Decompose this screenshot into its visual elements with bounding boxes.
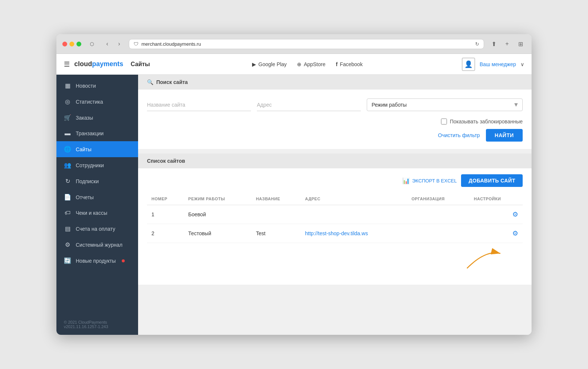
add-site-button[interactable]: ДОБАВИТЬ САЙТ xyxy=(461,174,523,187)
row1-number: 1 xyxy=(147,205,184,224)
facebook-icon: f xyxy=(336,61,338,67)
sites-list-container: 📊 ЭКСПОРТ В EXCEL ДОБАВИТЬ САЙТ НОМЕР РЕ… xyxy=(138,168,532,285)
extensions-button[interactable]: ⊞ xyxy=(515,39,526,49)
sites-section-title: Список сайтов xyxy=(147,158,185,164)
news-icon: ▦ xyxy=(64,82,71,89)
sidebar-item-statistics[interactable]: ◎ Статистика xyxy=(56,94,138,110)
top-bar-right: 👤 Ваш менеджер ∨ xyxy=(462,58,524,71)
site-name-field xyxy=(147,99,251,111)
row2-settings: ⚙ xyxy=(470,224,523,243)
sidebar-item-sites[interactable]: 🌐 Сайты xyxy=(56,141,138,157)
col-number: НОМЕР xyxy=(147,193,184,205)
table-row: 1 Боевой ⚙ xyxy=(147,205,523,224)
hamburger-button[interactable]: ☰ xyxy=(64,60,70,68)
receipts-icon: 🏷 xyxy=(64,210,71,216)
card-icon-symbol: 👤 xyxy=(464,60,473,68)
app-wrapper: ☰ cloudpayments Сайты ▶ Google Play ⊕ Ap… xyxy=(56,54,532,335)
search-section-header: 🔍 Поиск сайта xyxy=(138,75,532,90)
address-bar[interactable]: 🛡 merchant.cloudpayments.ru ↻ xyxy=(129,39,484,49)
sidebar-label-systemlog: Системный журнал xyxy=(76,242,122,248)
export-excel-button[interactable]: 📊 ЭКСПОРТ В EXCEL xyxy=(402,177,457,184)
sidebar-label-statistics: Статистика xyxy=(76,99,103,105)
sidebar-item-newproducts[interactable]: 🔄 Новые продукты xyxy=(56,253,138,269)
row2-settings-button[interactable]: ⚙ xyxy=(512,229,518,237)
browser-dots xyxy=(62,42,81,46)
mode-select[interactable]: Режим работы Боевой Тестовый xyxy=(367,98,523,111)
row2-number: 2 xyxy=(147,224,184,243)
manager-text[interactable]: Ваш менеджер xyxy=(480,61,516,67)
url-text: merchant.cloudpayments.ru xyxy=(141,41,201,47)
newproducts-icon: 🔄 xyxy=(64,257,71,264)
row1-address xyxy=(301,205,407,224)
row2-mode: Тестовый xyxy=(184,224,251,243)
sidebar-item-news[interactable]: ▦ Новости xyxy=(56,78,138,94)
logo: cloudpayments xyxy=(74,60,123,68)
sidebar-label-receipts: Чеки и кассы xyxy=(76,210,107,216)
sidebar-item-reports[interactable]: 📄 Отчеты xyxy=(56,189,138,205)
sidebar-label-reports: Отчеты xyxy=(76,194,94,200)
logo-cloud-part: cloud xyxy=(74,60,92,68)
sidebar-label-orders: Заказы xyxy=(76,115,93,121)
clear-filter-button[interactable]: Очистить фильтр xyxy=(437,129,481,141)
search-section-title: Поиск сайта xyxy=(156,79,188,85)
row2-address-link[interactable]: http://test-shop-dev.tilda.ws xyxy=(305,230,368,236)
sidebar-toggle-btn[interactable]: ⬡ xyxy=(86,39,98,49)
row1-settings-button[interactable]: ⚙ xyxy=(512,210,518,219)
facebook-link[interactable]: f Facebook xyxy=(336,61,363,67)
row1-organization xyxy=(407,205,469,224)
form-row-checkbox: Показывать заблокированные xyxy=(147,116,523,124)
maximize-dot[interactable] xyxy=(76,42,81,46)
sites-toolbar: 📊 ЭКСПОРТ В EXCEL ДОБАВИТЬ САЙТ xyxy=(147,174,523,187)
sidebar-item-transactions[interactable]: ▬ Транзакции xyxy=(56,126,138,141)
show-blocked-label[interactable]: Показывать заблокированные xyxy=(441,119,523,124)
sidebar-item-employees[interactable]: 👥 Сотрудники xyxy=(56,157,138,173)
search-header-icon: 🔍 xyxy=(147,79,153,85)
employees-icon: 👥 xyxy=(64,162,71,169)
facebook-label: Facebook xyxy=(340,61,362,67)
sites-icon: 🌐 xyxy=(64,146,71,153)
google-play-link[interactable]: ▶ Google Play xyxy=(252,61,287,67)
page-title: Сайты xyxy=(131,61,150,68)
new-products-badge xyxy=(122,259,125,262)
address-input[interactable] xyxy=(257,99,361,111)
sidebar-item-receipts[interactable]: 🏷 Чеки и кассы xyxy=(56,205,138,221)
appstore-link[interactable]: ⊕ AppStore xyxy=(297,61,325,67)
back-button[interactable]: ‹ xyxy=(102,39,112,49)
manager-card-icon[interactable]: 👤 xyxy=(462,58,475,71)
sidebar-item-systemlog[interactable]: ⚙ Системный журнал xyxy=(56,237,138,253)
google-play-icon: ▶ xyxy=(252,61,256,67)
minimize-dot[interactable] xyxy=(69,42,74,46)
forward-button[interactable]: › xyxy=(114,39,124,49)
sidebar-item-invoices[interactable]: ▤ Счета на оплату xyxy=(56,221,138,237)
top-bar-left: ☰ cloudpayments Сайты xyxy=(64,60,153,68)
new-tab-button[interactable]: + xyxy=(502,39,512,49)
site-name-input[interactable] xyxy=(147,99,251,111)
col-address: АДРЕС xyxy=(301,193,407,205)
invoices-icon: ▤ xyxy=(64,225,71,232)
sidebar-footer: © 2021 CloudPayments v2021.11.16.1257-1.… xyxy=(56,314,138,335)
sidebar-item-subscriptions[interactable]: ↻ Подписки xyxy=(56,173,138,189)
reports-icon: 📄 xyxy=(64,194,71,201)
statistics-icon: ◎ xyxy=(64,98,71,105)
row1-settings: ⚙ xyxy=(470,205,523,224)
search-button[interactable]: НАЙТИ xyxy=(486,129,523,142)
col-name: НАЗВАНИЕ xyxy=(251,193,300,205)
reload-button[interactable]: ↻ xyxy=(475,41,479,47)
main-content: 🔍 Поиск сайта Режим рабо xyxy=(138,75,532,335)
col-mode: РЕЖИМ РАБОТЫ xyxy=(184,193,251,205)
close-dot[interactable] xyxy=(62,42,67,46)
sidebar-item-orders[interactable]: 🛒 Заказы xyxy=(56,110,138,126)
chevron-down-icon[interactable]: ∨ xyxy=(520,61,524,67)
share-button[interactable]: ⬆ xyxy=(489,39,499,49)
table-header-row: НОМЕР РЕЖИМ РАБОТЫ НАЗВАНИЕ АДРЕС ОРГАНИ… xyxy=(147,193,523,205)
col-organization: ОРГАНИЗАЦИЯ xyxy=(407,193,469,205)
browser-actions: ⬆ + ⊞ xyxy=(489,39,526,49)
show-blocked-checkbox[interactable] xyxy=(441,119,447,124)
sidebar: ▦ Новости ◎ Статистика 🛒 Заказы ▬ Транза… xyxy=(56,75,138,335)
browser-nav: ‹ › xyxy=(102,39,124,49)
arrow-annotation xyxy=(147,246,523,276)
systemlog-icon: ⚙ xyxy=(64,241,71,248)
appstore-label: AppStore xyxy=(304,61,325,67)
browser-chrome: ⬡ ‹ › 🛡 merchant.cloudpayments.ru ↻ ⬆ + … xyxy=(56,34,532,54)
form-row-inputs: Режим работы Боевой Тестовый ▼ xyxy=(147,98,523,111)
